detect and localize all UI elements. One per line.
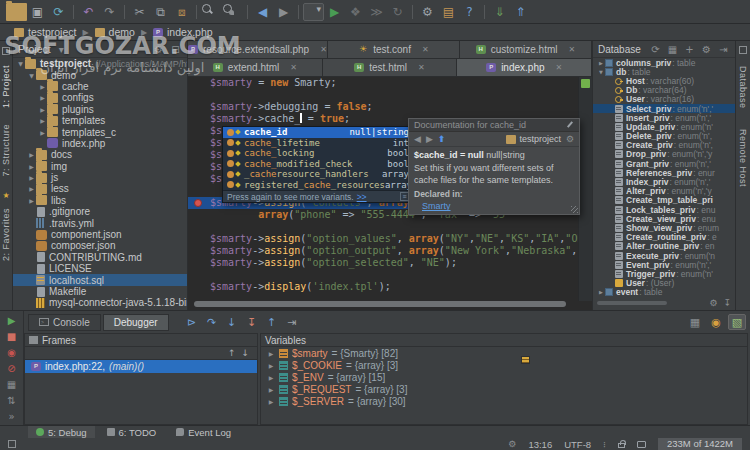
memory-indicator[interactable]: 233M of 1422M [658,438,742,450]
doc-settings-gear-icon[interactable]: ⚙ [566,134,574,144]
undo-icon[interactable]: ↶ [78,3,99,21]
toolwindow-button-database[interactable]: Database [738,66,748,109]
more-icon[interactable]: » [4,410,20,423]
database-panel-header[interactable]: Database ⟳▦+⚙⇥ [593,41,735,58]
frames-header[interactable]: Frames [25,334,257,347]
tree-item[interactable]: CONTRIBUTING.md [13,252,187,263]
debug-tab-debugger[interactable]: Debugger [103,314,169,331]
close-icon[interactable]: ✕ [320,45,327,54]
editor-hscrollbar[interactable] [194,301,566,307]
close-icon[interactable]: ✕ [290,63,297,72]
code-line[interactable]: $smarty->assign("option_output", array("… [188,245,578,257]
completion-item[interactable]: cache_modified_checkbool [223,159,413,170]
background-tasks-icon[interactable]: ⚙ [508,439,516,449]
expand-arrow-icon[interactable]: ▶ [597,289,605,295]
layout-settings-icon[interactable]: ▧ [728,314,746,330]
completion-item[interactable]: _cacheresource_handlersarray [223,169,413,180]
expand-arrow-icon[interactable]: ▼ [16,60,25,67]
expand-arrow-icon[interactable]: ▶ [267,386,275,393]
expand-arrow-icon[interactable]: ▶ [38,83,47,90]
collapse-all-icon[interactable]: ⊟ [169,43,182,56]
doc-project-scope[interactable]: testproject [506,134,561,144]
tree-item[interactable]: ▶cache [13,81,187,92]
completion-item[interactable]: cache_lifetimeint [223,138,413,149]
completion-item[interactable]: registered_cache_resourcesarray [223,180,413,191]
run-to-cursor-icon[interactable]: ⇥ [283,314,301,330]
expand-arrow-icon[interactable]: ▶ [38,117,47,124]
expand-arrow-icon[interactable]: ▶ [267,362,275,369]
code-line[interactable]: $smarty = new Smarty; [188,77,578,89]
toolwindow-icon[interactable] [739,46,747,54]
toolwindow-tab-5-debug[interactable]: 5: Debug [28,426,95,439]
expand-arrow-icon[interactable]: ▶ [38,94,47,101]
resize-grip[interactable] [571,206,578,213]
show-execution-point-icon[interactable]: ⊳ [183,314,201,330]
debug-tab-console[interactable]: >Console [28,314,101,331]
breadcrumb-item[interactable]: testproject [8,26,82,38]
expand-arrow-icon[interactable]: ▶ [267,374,275,381]
download-icon[interactable]: ↧ [723,298,731,308]
variable-row[interactable]: ▶$_ENV= {array} [15] [261,371,747,383]
hector-icon[interactable] [637,441,646,448]
tree-item[interactable]: ▶templates_c [13,126,187,137]
editor-scrollbar[interactable] [578,77,592,301]
console-icon[interactable]: ▤ [438,3,459,21]
table-view-icon[interactable]: ▦ [666,43,679,56]
find-icon[interactable] [201,3,222,21]
expand-arrow-icon[interactable]: ▶ [27,185,36,192]
database-hscrollbar[interactable] [597,301,667,305]
doc-declared-link[interactable]: Smarty [422,201,451,212]
cut-icon[interactable]: ✂ [129,3,150,21]
expand-arrow-icon[interactable]: ▶ [267,398,275,405]
expand-arrow-icon[interactable]: ▼ [27,72,36,79]
doc-up-icon[interactable]: ⬆ [438,134,446,144]
db-tree-item[interactable]: ▶columns_priv: table [593,58,735,67]
toolwindow-button-project[interactable]: 1: Project [1,65,11,108]
completion-item[interactable]: cache_lockingbool [223,148,413,159]
editor-tab-index-php[interactable]: Pindex.php✕ [457,59,592,76]
code-line[interactable]: $smarty->assign("option_values", array("… [188,233,578,245]
step-into-icon[interactable]: ↓ [223,314,241,330]
tree-item[interactable]: LICENSE [13,263,187,274]
close-icon[interactable]: ✕ [556,63,563,72]
view-breakpoints-icon[interactable]: ◉ [4,346,20,359]
tree-item[interactable]: .gitignore [13,206,187,217]
mute-breakpoints-icon[interactable]: ⊘ [4,362,20,375]
copy-icon[interactable]: ⧉ [150,3,171,21]
frame-down-icon[interactable]: ↓ [241,348,249,358]
step-out-icon[interactable]: ↑ [263,314,281,330]
expand-arrow-icon[interactable]: ▶ [38,129,47,136]
resume-icon[interactable]: ▶ [4,314,20,327]
help-icon[interactable]: ? [459,3,480,21]
code-line[interactable] [188,89,578,101]
breadcrumb-item[interactable]: demo [89,26,141,38]
find-usages-icon[interactable] [222,3,243,21]
variable-row[interactable]: ▶$_COOKIE= {array} [3] [261,359,747,371]
code-line[interactable] [188,269,578,281]
tree-item[interactable]: ▶libs [13,195,187,206]
editor-tab-resource-extendsall-php[interactable]: Presource.extendsall.php✕ [188,41,328,58]
expand-arrow-icon[interactable]: ▶ [597,60,605,66]
run-config-select[interactable] [303,3,324,21]
synchronize-icon[interactable]: ⟳ [48,3,69,21]
doc-back-icon[interactable]: ◀ [414,134,421,144]
close-icon[interactable]: ✕ [568,45,575,54]
tree-item[interactable]: Makefile [13,286,187,297]
editor-tab-test-conf[interactable]: ☀test.conf✕ [328,41,460,58]
doc-popup-titlebar[interactable]: Documentation for cache_id [409,119,579,132]
project-panel-header[interactable]: Project ▾ ⚙⊟ [13,41,187,58]
pin-icon[interactable] [566,121,574,129]
redo-icon[interactable]: ↷ [99,3,120,21]
code-line[interactable] [188,221,578,233]
sort-icon[interactable]: ⇅ [4,394,20,407]
expand-arrow-icon[interactable]: ▶ [27,174,36,181]
evaluate-icon[interactable]: ◉ [707,314,725,330]
variable-row[interactable]: ▶$smarty= {Smarty} [82] [261,347,747,359]
tree-item[interactable]: ▶configs [13,92,187,103]
settings-gear-icon[interactable]: ⚙ [152,43,165,56]
expand-arrow-icon[interactable]: ▶ [267,350,275,357]
statusbar-encoding[interactable]: UTF-8 [564,439,591,450]
add-icon[interactable]: + [683,43,696,56]
inspection-indicator[interactable] [581,79,590,88]
toolwindow-tab-event-log[interactable]: Event Log [168,426,239,439]
